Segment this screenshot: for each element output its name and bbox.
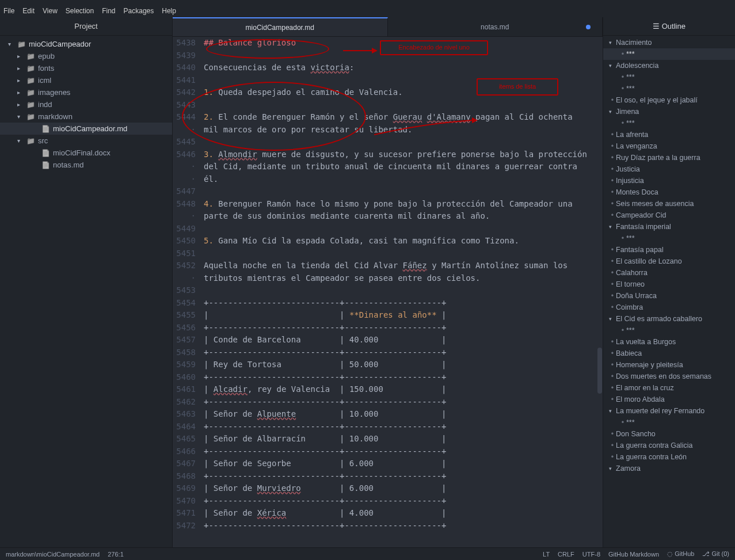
modified-indicator-icon [586,25,591,29]
file-icon [40,148,51,157]
bullet-icon: • [609,200,616,208]
status-filepath[interactable]: markdown\mioCidCampeador.md [6,551,100,558]
tree-item[interactable]: ▸indd [0,98,172,111]
tree-root-label: mioCidCampeador [29,40,91,48]
tree-item[interactable]: ▾markdown [0,111,172,123]
status-grammar[interactable]: GitHub Markdown [608,551,659,558]
tree-item[interactable]: ▾src [0,135,172,147]
menu-file[interactable]: File [3,7,14,15]
scrollbar-thumb[interactable] [597,348,602,394]
folder-icon [25,112,36,121]
outline-item[interactable]: ▾Jimena [603,106,735,117]
tab-miocidcampeador[interactable]: mioCidCampeador.md [173,17,388,36]
bullet-icon: • [609,349,616,357]
outline-item[interactable]: •Fantasía papal [603,244,735,256]
outline-item[interactable]: •El amor en la cruz [603,382,735,394]
outline-item[interactable]: •Montes Doca [603,186,735,198]
outline-list[interactable]: ▾Nacimiento•***▾Adolescencia•***•***•El … [603,36,735,547]
bullet-icon: • [619,326,626,334]
status-github[interactable]: ◌ GitHub [667,550,694,558]
outline-item[interactable]: •*** [603,83,735,94]
outline-item[interactable]: •Calahorra [603,267,735,279]
outline-item[interactable]: •La guerra contra Galicia [603,440,735,451]
outline-item-label: Justicia [616,165,640,173]
folder-icon [25,52,36,60]
menu-selection[interactable]: Selection [66,7,94,15]
outline-item[interactable]: •*** [603,417,735,428]
outline-item[interactable]: •*** [603,233,735,244]
outline-item[interactable]: •*** [603,117,735,129]
outline-item[interactable]: •Doña Urraca [603,290,735,302]
bullet-icon: • [609,96,616,104]
outline-item-label: El castillo de Lozano [616,257,682,265]
outline-item[interactable]: •Ruy Díaz parte a la guerra [603,152,735,163]
outline-item[interactable]: •El moro Abdala [603,394,735,405]
outline-item[interactable]: •El oso, el jeque y el jabalí [603,94,735,106]
outline-item[interactable]: ▾Zamora [603,463,735,474]
tab-label: mioCidCampeador.md [246,24,314,32]
tree-item[interactable]: mioCidCampeador.md [0,123,172,135]
outline-item-label: Jimena [616,108,639,116]
outline-item[interactable]: ▾La muerte del rey Fernando [603,405,735,417]
status-cursor-pos[interactable]: 276:1 [108,551,124,558]
outline-item[interactable]: •La afrenta [603,129,735,140]
editor-scrollbar[interactable] [597,37,603,547]
tree-item[interactable]: ▸epub [0,50,172,62]
status-git[interactable]: ⎇ Git (0) [702,550,729,558]
outline-item-label: Doña Urraca [616,292,657,300]
outline-item-label: El oso, el jeque y el jabalí [616,96,698,104]
code-content[interactable]: ## Balance glorioso Consecuencias de est… [204,37,603,547]
outline-item[interactable]: •Justicia [603,163,735,175]
status-lt[interactable]: LT [543,551,550,558]
tree-root[interactable]: ▾ mioCidCampeador [0,38,172,50]
text-editor[interactable]: 5438543954405441544254435444·54455446··5… [173,37,603,547]
status-encoding[interactable]: UTF-8 [582,551,600,558]
bullet-icon: • [609,177,616,185]
tree-item[interactable]: ▸fonts [0,62,172,74]
line-gutter: 5438543954405441544254435444·54455446··5… [173,37,204,547]
bullet-icon: • [609,280,616,288]
status-eol[interactable]: CRLF [558,551,574,558]
outline-item[interactable]: ▾Nacimiento [603,37,735,48]
outline-item[interactable]: •El torneo [603,279,735,290]
outline-item[interactable]: •La guerra contra León [603,451,735,463]
outline-item[interactable]: •Dos muertes en dos semanas [603,371,735,382]
outline-item[interactable]: ▾Fantasía imperial [603,221,735,233]
outline-item[interactable]: •Homenaje y pleitesía [603,359,735,371]
menu-packages[interactable]: Packages [124,7,154,15]
bullet-icon: • [619,234,626,242]
outline-item[interactable]: •Coimbra [603,302,735,313]
project-tree[interactable]: ▾ mioCidCampeador ▸epub▸fonts▸icml▸image… [0,36,172,547]
outline-item[interactable]: •La venganza [603,140,735,152]
tree-item[interactable]: mioCidFinal.docx [0,147,172,159]
tab-notas[interactable]: notas.md [388,17,603,36]
outline-item[interactable]: •Babieca [603,348,735,359]
outline-item[interactable]: •Don Sancho [603,428,735,440]
bullet-icon: • [609,269,616,277]
outline-item[interactable]: ▾Adolescencia [603,60,735,71]
folder-icon [25,100,36,109]
bullet-icon: • [609,430,616,438]
outline-item[interactable]: •*** [603,71,735,83]
outline-item-label: *** [626,85,635,93]
outline-item[interactable]: •La vuelta a Burgos [603,336,735,348]
outline-item[interactable]: ▾El Cid es armado caballero [603,313,735,325]
tree-item[interactable]: ▸imagenes [0,86,172,98]
outline-item[interactable]: •Injusticia [603,175,735,186]
chevron-down-icon: ▾ [609,40,616,45]
menu-view[interactable]: View [43,7,58,15]
menu-help[interactable]: Help [162,7,176,15]
outline-item[interactable]: •*** [603,48,735,60]
outline-item[interactable]: •*** [603,325,735,336]
outline-item[interactable]: •Campeador Cid [603,209,735,221]
menu-edit[interactable]: Edit [22,7,35,15]
tree-item[interactable]: ▸icml [0,74,172,86]
outline-item[interactable]: •El castillo de Lozano [603,256,735,267]
outline-item-label: El torneo [616,280,645,288]
bullet-icon: • [609,142,616,150]
bullet-icon: • [609,154,616,162]
outline-item-label: *** [626,119,635,127]
menu-find[interactable]: Find [102,7,115,15]
tree-item[interactable]: notas.md [0,159,172,171]
outline-item[interactable]: •Seis meses de ausencia [603,198,735,209]
